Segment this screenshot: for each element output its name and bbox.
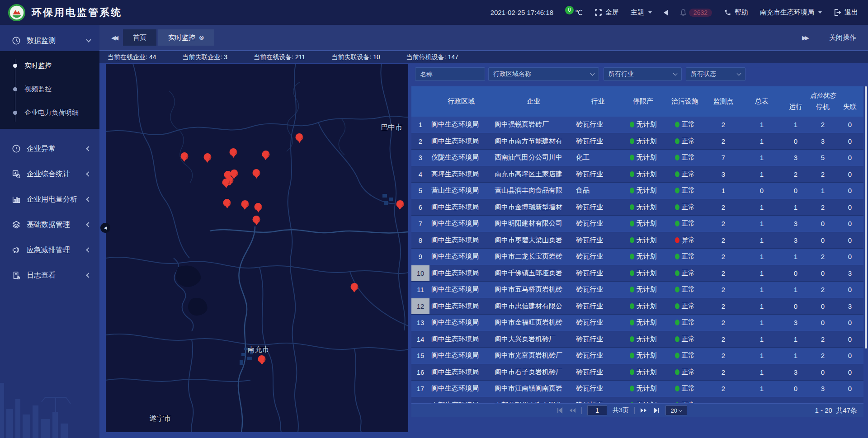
next-page-button[interactable] bbox=[640, 407, 647, 414]
col-monitor: 监测点 bbox=[705, 86, 741, 117]
first-page-button[interactable] bbox=[556, 407, 563, 414]
table-row[interactable]: 18南部生态环境局南部县砚华土陶有限公建材加工无计划正常60060 bbox=[411, 397, 863, 404]
industry-filter-select[interactable]: 所有行业 bbox=[604, 67, 682, 81]
cell-lost-count: 0 bbox=[836, 203, 863, 211]
top-header: 环保用电监管系统 2021-02-25 17:46:18 0 ℃ 全屏 主题 bbox=[0, 0, 868, 25]
cell-halt-count: 2 bbox=[809, 253, 836, 260]
status-filter-select[interactable]: 所有状态 bbox=[686, 67, 745, 81]
cell-industry: 砖瓦行业 bbox=[574, 351, 622, 360]
logout-button[interactable]: 退出 bbox=[834, 8, 858, 17]
table-row[interactable]: 10阆中生态环境局阆中千佛镇五郎垭页岩砖瓦行业无计划正常21003 bbox=[411, 265, 863, 282]
sidebar-item-label: 应急减排管理 bbox=[27, 245, 81, 255]
map-marker-pin[interactable] bbox=[253, 169, 260, 177]
table-row[interactable]: 15阆中生态环境局阆中市光富页岩机砖厂砖瓦行业无计划正常21120 bbox=[411, 348, 863, 364]
table-row[interactable]: 8阆中生态环境局阆中市枣碧大梁山页岩砖瓦行业无计划异常21300 bbox=[411, 232, 863, 249]
stats-bar: 当前在线企业:44当前失联企业:3当前在线设备:211当前失联设备:10当前停机… bbox=[99, 51, 868, 63]
cell-halt-count: 5 bbox=[809, 154, 836, 161]
table-row[interactable]: 4高坪生态环境局南充市高坪区王家店建砖瓦行业无计划正常31220 bbox=[411, 166, 863, 183]
theme-dropdown[interactable]: 主题 bbox=[631, 8, 652, 17]
table-row[interactable]: 11阆中生态环境局阆中市五马桥页岩机砖砖瓦行业无计划正常21120 bbox=[411, 282, 863, 298]
map-roads bbox=[106, 64, 408, 432]
sidebar-item-2[interactable]: 企业综合统计 bbox=[0, 161, 99, 187]
fullscreen-button[interactable]: 全屏 bbox=[594, 8, 619, 17]
col-total: 总表 bbox=[741, 86, 782, 117]
sidebar-item-4[interactable]: 基础数据管理 bbox=[0, 212, 99, 237]
table-row[interactable]: 14阆中生态环境局阆中大兴页岩机砖厂砖瓦行业无计划正常21120 bbox=[411, 331, 863, 348]
org-dropdown[interactable]: 南充市生态环境局 bbox=[760, 8, 822, 17]
table-row[interactable]: 13阆中生态环境局阆中市金福旺页岩机砖砖瓦行业无计划正常21300 bbox=[411, 315, 863, 331]
status-dot-icon bbox=[675, 270, 679, 276]
map-marker-pin[interactable] bbox=[396, 200, 404, 207]
cell-company: 阆中市五马桥页岩机砖 bbox=[493, 285, 574, 294]
map-marker-pin[interactable] bbox=[203, 153, 211, 161]
notifications[interactable]: 2632 bbox=[679, 9, 712, 17]
map-marker-pin[interactable] bbox=[241, 200, 249, 207]
cell-halt-count: 2 bbox=[809, 170, 836, 178]
tab-0[interactable]: 首页 bbox=[123, 29, 156, 46]
table-row[interactable]: 17阆中生态环境局阆中市江南镇阆南页岩砖瓦行业无计划正常21030 bbox=[411, 381, 863, 397]
map-marker-pin[interactable] bbox=[222, 179, 230, 186]
table-row[interactable]: 16阆中生态环境局阆中市石子页岩机砖厂砖瓦行业无计划正常21300 bbox=[411, 364, 863, 381]
table-row[interactable]: 6阆中生态环境局阆中市金博瑞新型墙材砖瓦行业无计划正常21120 bbox=[411, 199, 863, 216]
cell-monitor-count: 2 bbox=[705, 302, 741, 310]
cell-industry: 砖瓦行业 bbox=[574, 368, 622, 377]
page-size-select[interactable]: 20 bbox=[665, 405, 687, 415]
close-operations-button[interactable]: 关闭操作 bbox=[829, 33, 856, 42]
cell-total-count: 1 bbox=[741, 302, 782, 310]
stats-search-icon bbox=[12, 170, 21, 179]
table-row[interactable]: 12阆中生态环境局阆中市忠信建材有限公砖瓦行业无计划正常21003 bbox=[411, 298, 863, 315]
cell-company: 阆中市金博瑞新型墙材 bbox=[493, 203, 574, 212]
last-page-button[interactable] bbox=[653, 407, 660, 414]
tab-close-icon[interactable]: ⊗ bbox=[199, 34, 204, 41]
cell-industry: 砖瓦行业 bbox=[574, 170, 622, 179]
cell-total-count: 1 bbox=[741, 170, 782, 178]
cell-halt-count: 0 bbox=[809, 236, 836, 244]
map-marker-pin[interactable] bbox=[258, 355, 266, 363]
map-marker-pin[interactable] bbox=[255, 203, 262, 211]
map-marker-pin[interactable] bbox=[253, 216, 260, 223]
table-row[interactable]: 1阆中生态环境局阆中强锐页岩砖厂砖瓦行业无计划正常21120 bbox=[411, 117, 863, 133]
map-marker-pin[interactable] bbox=[230, 170, 238, 177]
sidebar-item-6[interactable]: 日志查看 bbox=[0, 263, 99, 288]
cell-company: 阆中市南方节能建材有 bbox=[493, 137, 574, 146]
tab-scroll-left-icon[interactable]: ◀◀ bbox=[105, 34, 123, 41]
stat-3: 当前失联设备:10 bbox=[331, 53, 380, 61]
sidebar-subitem-0-0[interactable]: 实时监控 bbox=[0, 54, 99, 77]
map-marker-pin[interactable] bbox=[223, 199, 231, 207]
table-row[interactable]: 7阆中生态环境局阆中明阳建材有限公司砖瓦行业无计划正常21300 bbox=[411, 216, 863, 232]
map-marker-pin[interactable] bbox=[230, 148, 237, 156]
sidebar-item-0[interactable]: 数据监测 bbox=[0, 30, 99, 51]
map-marker-pin[interactable] bbox=[350, 283, 358, 291]
table-scrollbar[interactable] bbox=[865, 86, 867, 373]
sidebar-item-3[interactable]: 企业用电量分析 bbox=[0, 187, 99, 212]
cell-company: 阆中市光富页岩机砖厂 bbox=[493, 351, 574, 360]
cell-monitor-count: 3 bbox=[705, 170, 741, 178]
table-row[interactable]: 3仪陇生态环境局西南油气田分公司川中化工无计划正常71350 bbox=[411, 150, 863, 166]
panel-collapse-button[interactable]: ◀ bbox=[100, 223, 110, 233]
cell-run-count: 1 bbox=[782, 253, 809, 260]
table-row[interactable]: 9阆中生态环境局阆中市二龙长宝页岩砖砖瓦行业无计划正常21120 bbox=[411, 249, 863, 265]
cell-run-count: 3 bbox=[782, 154, 809, 161]
table-row[interactable]: 5营山生态环境局营山县润丰肉食品有限食品无计划正常10010 bbox=[411, 183, 863, 199]
tab-1[interactable]: 实时监控⊗ bbox=[158, 29, 214, 46]
sidebar-item-5[interactable]: 应急减排管理 bbox=[0, 237, 99, 263]
cell-industry: 砖瓦行业 bbox=[574, 137, 622, 146]
sidebar-item-1[interactable]: 企业异常 bbox=[0, 136, 99, 161]
sidebar-subitem-0-1[interactable]: 视频监控 bbox=[0, 77, 99, 101]
region-filter-select[interactable]: 行政区域名称 bbox=[488, 67, 599, 81]
cell-total-count: 1 bbox=[741, 352, 782, 359]
map-panel[interactable]: 巴中市南充市遂宁市 bbox=[106, 64, 408, 432]
map-marker-pin[interactable] bbox=[262, 150, 269, 158]
mute-button[interactable] bbox=[664, 10, 668, 15]
table-row[interactable]: 2阆中生态环境局阆中市南方节能建材有砖瓦行业无计划正常21030 bbox=[411, 133, 863, 150]
map-marker-pin[interactable] bbox=[296, 133, 303, 141]
tab-scroll-right-icon[interactable]: ▶▶ bbox=[796, 34, 814, 41]
map-marker-pin[interactable] bbox=[180, 152, 188, 160]
prev-page-button[interactable] bbox=[569, 407, 576, 414]
name-filter-input[interactable] bbox=[415, 67, 485, 81]
help-button[interactable]: 帮助 bbox=[724, 8, 748, 17]
page-number-input[interactable] bbox=[587, 405, 607, 415]
sidebar-subitem-0-2[interactable]: 企业电力负荷明细 bbox=[0, 101, 99, 124]
chevron-down-icon bbox=[86, 37, 91, 42]
cell-run-count: 1 bbox=[782, 286, 809, 293]
